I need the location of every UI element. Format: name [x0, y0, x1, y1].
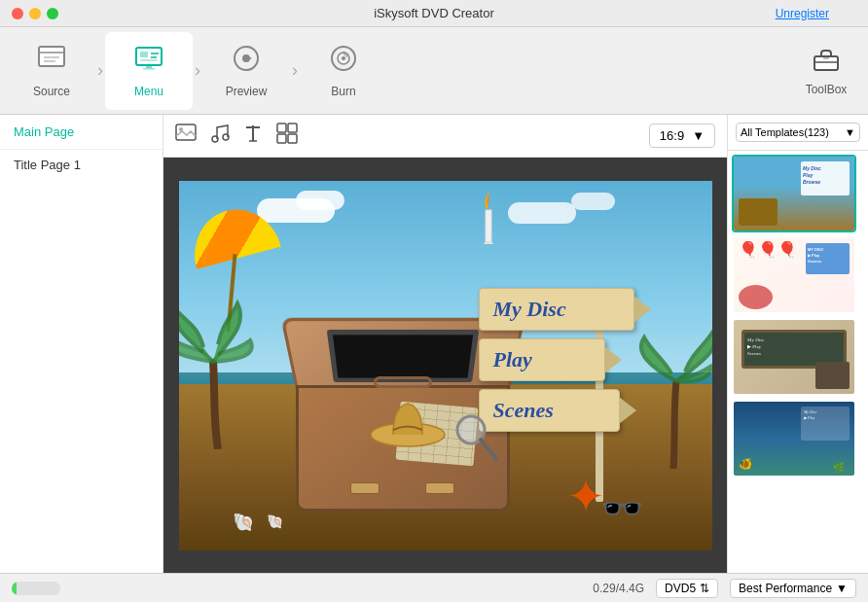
straw-hat [369, 396, 447, 453]
sign-my-disc: My Disc [493, 297, 566, 321]
close-button[interactable] [12, 8, 23, 19]
preview-icon [231, 43, 262, 81]
sign-scenes: Scenes [493, 398, 554, 422]
quality-chevron: ▼ [836, 582, 848, 595]
toolbox-label: ToolBox [806, 83, 848, 96]
sidebar-header: Main Page [0, 115, 163, 150]
unregister-button[interactable]: Unregister [776, 7, 829, 20]
app-title: iSkysoft DVD Creator [374, 6, 494, 20]
arrow-1: › [97, 60, 103, 81]
sidebar: Main Page Title Page 1 [0, 115, 163, 573]
sign-play: Play [493, 347, 532, 372]
svg-rect-29 [277, 134, 286, 143]
palm-tree-right [625, 313, 712, 473]
templates-panel: All Templates(123) ▼ My DiscPlayBrowse 🎈… [727, 115, 868, 573]
aspect-ratio-chevron: ▼ [692, 128, 705, 143]
arrow-2: › [195, 60, 200, 81]
toolbar-item-toolbox[interactable]: ToolBox [792, 45, 860, 96]
template-item-3[interactable]: My Disc▶ PlayScenes [732, 318, 856, 396]
svg-rect-9 [146, 65, 152, 68]
templates-header: All Templates(123) ▼ [728, 115, 868, 151]
burn-label: Burn [331, 85, 355, 98]
svg-rect-30 [288, 134, 297, 143]
traffic-lights [12, 8, 58, 19]
shell-2: 🐚 [267, 513, 283, 529]
minimize-button[interactable] [29, 8, 41, 19]
preview-area: My Disc Play Scenes ✦ [163, 158, 727, 573]
arrow-3: › [292, 60, 298, 81]
svg-rect-0 [39, 47, 64, 66]
quality-value: Best Performance [739, 582, 832, 595]
preview-label: Preview [226, 85, 268, 98]
templates-dropdown[interactable]: All Templates(123) ▼ [736, 123, 860, 142]
toolbox-icon [811, 45, 842, 79]
menu-icon [133, 43, 164, 81]
template-item-1[interactable]: My DiscPlayBrowse [732, 155, 856, 232]
svg-rect-5 [140, 52, 148, 57]
starfish: ✦ [566, 469, 605, 523]
add-music-icon[interactable] [210, 123, 230, 149]
candle [479, 186, 498, 248]
toolbar-item-source[interactable]: Source [8, 32, 95, 110]
disc-type-value: DVD5 [665, 582, 696, 595]
cloud-3 [508, 202, 576, 224]
templates-list: My DiscPlayBrowse 🎈🎈🎈 MY DISC▶ PlayScene… [728, 151, 868, 573]
title-bar: iSkysoft DVD Creator Unregister [0, 0, 868, 27]
templates-dropdown-label: All Templates(123) [741, 126, 829, 138]
templates-dropdown-chevron: ▼ [845, 126, 855, 138]
aspect-ratio-dropdown[interactable]: 16:9 ▼ [649, 124, 715, 148]
preview-canvas[interactable]: My Disc Play Scenes ✦ [179, 181, 712, 550]
burn-icon [328, 43, 359, 81]
cloud-2 [296, 191, 344, 210]
main-content: Main Page Title Page 1 [0, 115, 868, 573]
source-icon [36, 43, 67, 81]
sign-post-area: My Disc Play Scenes [479, 288, 634, 432]
svg-point-16 [342, 56, 345, 60]
disc-type-arrows: ⇅ [700, 582, 709, 595]
svg-rect-27 [277, 124, 286, 132]
sidebar-item-title-page-1[interactable]: Title Page 1 [0, 150, 163, 180]
aspect-ratio-value: 16:9 [660, 128, 684, 143]
storage-status: 0.29/4.4G [593, 582, 644, 595]
sunglasses: 🕶️ [600, 488, 644, 529]
template-item-2[interactable]: 🎈🎈🎈 MY DISC▶ PlayScenes [732, 236, 856, 314]
shells: 🐚 [233, 512, 254, 533]
magnifying-glass [452, 410, 500, 468]
toolbar-item-menu[interactable]: Menu [105, 32, 193, 110]
cloud-4 [571, 193, 615, 210]
add-grid-icon[interactable] [276, 123, 298, 149]
template-item-4[interactable]: My Disc▶ Play 🐠 🌿 [732, 400, 856, 478]
disc-type-dropdown[interactable]: DVD5 ⇅ [656, 579, 718, 598]
progress-bar-fill [12, 582, 17, 595]
quality-dropdown[interactable]: Best Performance ▼ [730, 579, 856, 598]
status-bar: 0.29/4.4G DVD5 ⇅ Best Performance ▼ [0, 573, 868, 602]
add-text-icon[interactable] [243, 123, 263, 149]
progress-bar-container [12, 582, 60, 595]
maximize-button[interactable] [47, 8, 58, 19]
svg-rect-10 [143, 68, 155, 70]
svg-rect-28 [288, 124, 297, 132]
source-label: Source [33, 85, 70, 98]
toolbar-item-preview[interactable]: Preview [202, 32, 290, 110]
menu-label: Menu [134, 85, 163, 98]
svg-rect-18 [823, 55, 829, 59]
svg-line-33 [481, 440, 496, 459]
toolbar-item-burn[interactable]: Burn [300, 32, 387, 110]
palm-tree-left [179, 274, 281, 453]
add-image-icon[interactable] [175, 124, 197, 148]
center-panel: 16:9 ▼ [163, 115, 727, 573]
svg-rect-34 [486, 210, 491, 244]
svg-rect-4 [136, 48, 162, 65]
center-toolbar: 16:9 ▼ [163, 115, 727, 158]
svg-rect-8 [140, 59, 158, 61]
main-toolbar: Source › Menu › Preview [0, 27, 868, 115]
